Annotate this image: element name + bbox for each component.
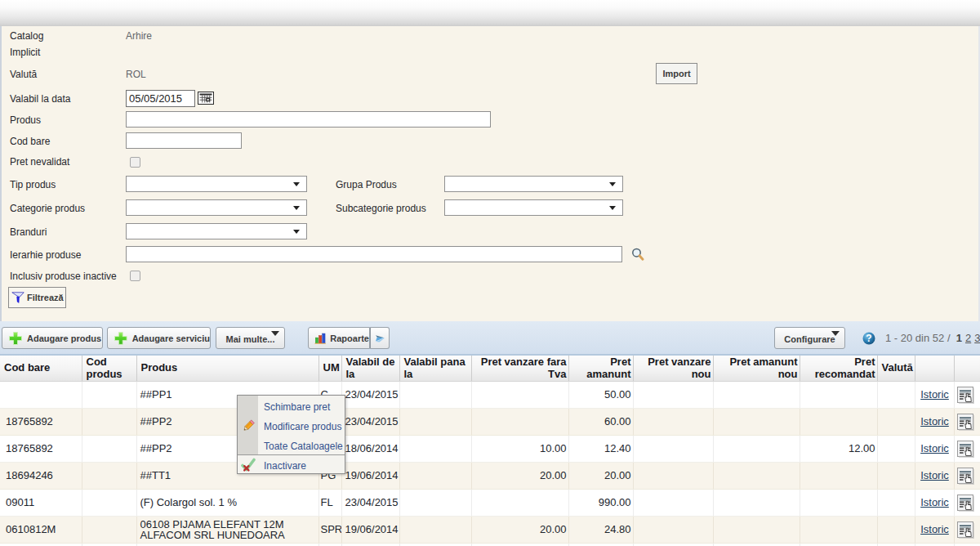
svg-text:?: ?: [866, 333, 871, 344]
